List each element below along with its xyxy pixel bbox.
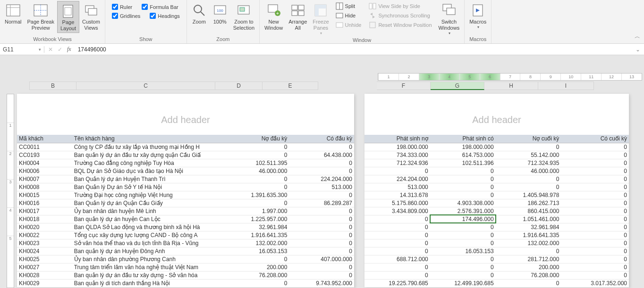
table-row[interactable]: KH0008Ban Quản lý Dự án Sở Y tế Hà Nội05… — [17, 183, 354, 191]
column-header-H[interactable]: H — [484, 82, 538, 90]
cell[interactable]: 3.434.809.000 — [364, 207, 430, 215]
zoom-selection-button[interactable]: Zoom to Selection — [230, 1, 257, 32]
cell[interactable]: 0 — [496, 183, 561, 191]
cell[interactable]: 0 — [561, 239, 629, 247]
split-button[interactable]: Split — [334, 2, 364, 10]
cell[interactable]: KH0008 — [17, 183, 72, 191]
zoom-100-button[interactable]: 100 100% — [210, 1, 230, 26]
table-row[interactable]: KH0006BQL Dự án Sở Giáo dục và đào tạo H… — [17, 167, 354, 175]
col-co-dau[interactable]: Có đầu kỳ — [289, 135, 354, 143]
cell[interactable]: 32.961.984 — [496, 223, 561, 231]
cell[interactable]: 0 — [289, 143, 354, 151]
cell[interactable]: 513.000 — [364, 183, 430, 191]
cell[interactable]: 0 — [496, 279, 561, 287]
cell[interactable]: CC0011 — [17, 143, 72, 151]
column-header-E[interactable]: E — [263, 82, 318, 90]
cell[interactable]: 0 — [561, 263, 629, 271]
vertical-ruler[interactable]: 1 2 3 4 5 — [7, 94, 14, 288]
cell[interactable]: 0 — [289, 247, 354, 255]
cell[interactable]: 281.712.000 — [496, 255, 561, 263]
macros-button[interactable]: Macros▾ — [466, 1, 489, 30]
table-row[interactable]: KH0016Ban Quản lý dự án Quận Cầu Giấy086… — [17, 199, 354, 207]
cell[interactable]: 76.208.000 — [496, 271, 561, 279]
cell[interactable]: 0 — [234, 183, 289, 191]
cell[interactable]: CC0193 — [17, 151, 72, 159]
cell[interactable]: BQL Dự án Sở Giáo dục và đào tạo Hà Nội — [72, 167, 234, 175]
cell[interactable]: 614.753.000 — [430, 151, 496, 159]
cell[interactable]: 200.000 — [496, 263, 561, 271]
cell[interactable]: 0 — [364, 223, 430, 231]
cell[interactable]: 198.000.000 — [430, 143, 496, 151]
cell[interactable]: 0 — [496, 143, 561, 151]
cell[interactable]: 0 — [289, 271, 354, 279]
cell[interactable]: 0 — [234, 279, 289, 287]
arrange-all-button[interactable]: Arrange All — [286, 1, 310, 32]
table-row[interactable]: 712.324.936102.511.396712.324.9350 — [364, 159, 629, 167]
cell[interactable]: 0 — [364, 167, 430, 175]
hide-button[interactable]: Hide — [334, 11, 364, 20]
horizontal-ruler[interactable]: 12345678910111213 — [378, 73, 642, 81]
table-row[interactable]: 14.313.67801.405.948.9780 — [364, 191, 629, 199]
table-row[interactable]: 198.000.000198.000.00000 — [364, 143, 629, 151]
col-co-cuoi[interactable]: Có cuối kỳ — [561, 135, 629, 143]
cell[interactable]: Ban Quản lý Dự án Sở Y tế Hà Nội — [72, 183, 234, 191]
cell[interactable]: 19.225.790.685 — [364, 279, 430, 287]
cell[interactable]: 0 — [289, 263, 354, 271]
name-box[interactable]: G11 ▾ — [0, 46, 44, 53]
page-layout-button[interactable]: Page Layout — [57, 1, 79, 33]
cell[interactable]: 0 — [561, 191, 629, 199]
cell[interactable]: 55.142.000 — [496, 151, 561, 159]
cell[interactable]: 1.405.948.978 — [496, 191, 561, 199]
column-header-C[interactable]: C — [76, 82, 215, 90]
cell[interactable]: KH0027 — [17, 263, 72, 271]
cell[interactable]: KH0025 — [17, 255, 72, 263]
cell[interactable]: KH0017 — [17, 207, 72, 215]
table-row[interactable]: CC0011Công ty CP đầu tư xây lắp và thươn… — [17, 143, 354, 151]
cell[interactable]: 712.324.936 — [364, 159, 430, 167]
table-row[interactable]: 0046.000.0000 — [364, 167, 629, 175]
cell[interactable]: 0 — [430, 167, 496, 175]
cell[interactable]: 0 — [289, 207, 354, 215]
cell[interactable]: 0 — [364, 263, 430, 271]
table-row[interactable]: 0076.208.0000 — [364, 271, 629, 279]
cell[interactable]: 0 — [289, 167, 354, 175]
formula-input[interactable]: 174496000 — [75, 46, 632, 53]
cell[interactable]: 0 — [234, 255, 289, 263]
cell[interactable]: 407.000.000 — [289, 255, 354, 263]
ruler-checkbox[interactable]: Ruler — [112, 4, 132, 10]
cell[interactable]: 0 — [430, 263, 496, 271]
cell[interactable]: 0 — [364, 247, 430, 255]
table-row[interactable]: KH0018Ban quản lý dự án huyện Can Lộc1.2… — [17, 215, 354, 223]
table-row[interactable]: 513.000000 — [364, 183, 629, 191]
cell[interactable]: 688.712.000 — [364, 255, 430, 263]
expand-formula-bar-button[interactable]: ⌄ — [632, 46, 644, 53]
cell[interactable]: 0 — [430, 271, 496, 279]
cell[interactable]: 0 — [364, 215, 430, 223]
cell[interactable]: 3.017.352.000 — [561, 279, 629, 287]
col-ps-co[interactable]: Phát sinh có — [430, 135, 496, 143]
cell[interactable]: 1.997.000 — [234, 207, 289, 215]
table-row[interactable]: 00200.0000 — [364, 263, 629, 271]
normal-view-button[interactable]: Normal — [2, 1, 24, 26]
cell[interactable]: 0 — [430, 175, 496, 183]
cell[interactable]: 224.204.000 — [364, 175, 430, 183]
column-header-D[interactable]: D — [215, 82, 263, 90]
cell[interactable]: 0 — [364, 271, 430, 279]
table-row[interactable]: KH0024Ban quản lý dự án Huyện Đông Anh16… — [17, 247, 354, 255]
header-placeholder-right[interactable]: Add header — [364, 94, 629, 135]
cell[interactable]: Trường Cao đẳng công nghiệp Tuy Hòa — [72, 159, 234, 167]
table-row[interactable]: CC0193Ban quản lý dự án đầu tư xây dựng … — [17, 151, 354, 159]
cell[interactable]: 0 — [561, 215, 629, 223]
cell[interactable]: 2.576.391.000 — [430, 207, 496, 215]
switch-windows-button[interactable]: Switch Windows▾ — [436, 1, 463, 36]
cell[interactable]: 0 — [561, 207, 629, 215]
cell[interactable]: Ban quản lý dự án Huyện Đông Anh — [72, 247, 234, 255]
cell[interactable]: 64.438.000 — [289, 151, 354, 159]
cell[interactable]: 1.051.461.000 — [496, 215, 561, 223]
cell[interactable]: 0 — [430, 183, 496, 191]
cell[interactable]: 860.415.000 — [496, 207, 561, 215]
cell[interactable]: 712.324.935 — [496, 159, 561, 167]
cell[interactable]: Ban quản lý dự án đầu tư xây dựng quận C… — [72, 151, 234, 159]
cell[interactable]: 0 — [561, 223, 629, 231]
cell[interactable]: 0 — [561, 159, 629, 167]
